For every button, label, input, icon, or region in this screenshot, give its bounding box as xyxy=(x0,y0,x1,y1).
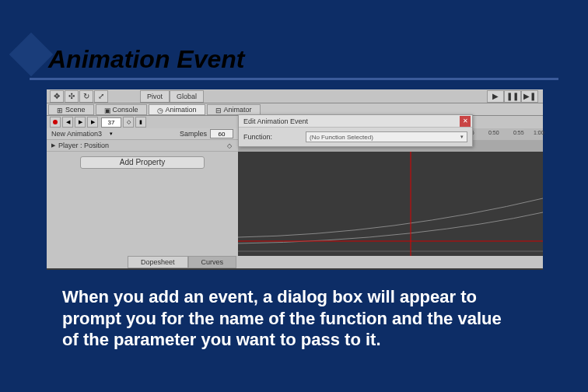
expand-icon: ▶ xyxy=(51,142,55,149)
slide-description: When you add an event, a dialog box will… xyxy=(62,286,521,351)
pivot-toggle-group: Pivot Global xyxy=(140,90,204,103)
add-keyframe-button[interactable]: ◇ xyxy=(123,117,134,128)
samples-field[interactable] xyxy=(210,129,233,138)
time-tick: 0:55 xyxy=(513,130,524,135)
playback-controls: ▶ ❚❚ ▶❚ xyxy=(487,90,538,103)
scale-tool[interactable]: ⤢ xyxy=(94,90,108,103)
pivot-button[interactable]: Pivot xyxy=(140,90,170,103)
transform-tools: ✥ ✣ ↻ ⤢ xyxy=(50,90,109,103)
add-property-button[interactable]: Add Property xyxy=(80,156,205,169)
curves-area[interactable] xyxy=(238,152,543,256)
clip-dropdown[interactable]: New Animation3 xyxy=(47,130,107,138)
close-icon: ✕ xyxy=(463,117,468,124)
timeline-area: New Animation3 ▾ Samples ▶ Player : Posi… xyxy=(47,128,543,256)
record-icon xyxy=(53,120,58,124)
animator-icon: ⊟ xyxy=(215,107,222,113)
samples-label: Samples xyxy=(180,130,210,138)
dropdown-icon: ▾ xyxy=(110,131,113,137)
dialog-title: Edit Animation Event xyxy=(243,117,308,125)
hand-tool[interactable]: ✥ xyxy=(50,90,64,103)
view-mode-tabs: Dopesheet Curves xyxy=(47,256,543,268)
scene-icon: ⊞ xyxy=(57,107,63,113)
animator-tab[interactable]: ⊟Animator xyxy=(207,104,261,115)
property-row[interactable]: ▶ Player : Position ◇ xyxy=(47,140,238,152)
property-menu-icon[interactable]: ◇ xyxy=(227,142,232,149)
scene-tab[interactable]: ⊞Scene xyxy=(48,104,94,115)
function-dropdown[interactable]: (No Function Selected) ▾ xyxy=(306,131,467,142)
property-label: Player : Position xyxy=(58,142,109,149)
clip-selector-row: New Animation3 ▾ Samples xyxy=(47,128,238,140)
pause-button[interactable]: ❚❚ xyxy=(504,90,521,103)
edit-animation-event-dialog: Edit Animation Event ✕ Function: (No Fun… xyxy=(238,114,473,147)
move-tool[interactable]: ✣ xyxy=(65,90,79,103)
play-button[interactable]: ▶ xyxy=(487,90,504,103)
rotate-tool[interactable]: ↻ xyxy=(79,90,93,103)
global-button[interactable]: Global xyxy=(170,90,204,103)
console-tab[interactable]: ▣Console xyxy=(96,104,147,115)
add-event-button[interactable]: ▮ xyxy=(135,117,146,128)
dopesheet-tab[interactable]: Dopesheet xyxy=(128,256,188,268)
animation-icon: ◷ xyxy=(157,107,163,113)
curves-tab[interactable]: Curves xyxy=(188,256,237,268)
animation-property-panel: New Animation3 ▾ Samples ▶ Player : Posi… xyxy=(47,128,238,256)
function-label: Function: xyxy=(243,133,306,141)
record-button[interactable] xyxy=(50,117,61,128)
timeline-panel: 0:00 0:05 0:10 0:15 0:20 0:25 0:30 0:35 … xyxy=(238,128,543,256)
animation-tab[interactable]: ◷Animation xyxy=(149,104,205,115)
slide-title: Animation Event xyxy=(48,45,244,74)
slide-bullet-diamond xyxy=(9,33,54,77)
dialog-titlebar[interactable]: Edit Animation Event ✕ xyxy=(239,115,472,128)
dropdown-icon: ▾ xyxy=(460,134,464,140)
step-button[interactable]: ▶❚ xyxy=(521,90,538,103)
frame-field[interactable] xyxy=(101,117,121,128)
dialog-close-button[interactable]: ✕ xyxy=(460,116,471,127)
play-anim-button[interactable]: ▶ xyxy=(75,117,86,128)
unity-animation-screenshot: ✥ ✣ ↻ ⤢ Pivot Global ▶ ❚❚ ▶❚ ⊞Scene ▣Con… xyxy=(47,89,543,270)
time-tick: 1:00 xyxy=(534,130,544,135)
prev-key-button[interactable]: ◀ xyxy=(62,117,73,128)
title-underline xyxy=(30,78,558,80)
main-toolbar: ✥ ✣ ↻ ⤢ Pivot Global ▶ ❚❚ ▶❚ xyxy=(47,89,543,103)
dialog-body: Function: (No Function Selected) ▾ xyxy=(239,128,472,146)
next-key-button[interactable]: ▶ xyxy=(87,117,98,128)
console-icon: ▣ xyxy=(104,107,110,113)
curve-graph xyxy=(238,152,543,256)
time-tick: 0:50 xyxy=(488,130,499,135)
